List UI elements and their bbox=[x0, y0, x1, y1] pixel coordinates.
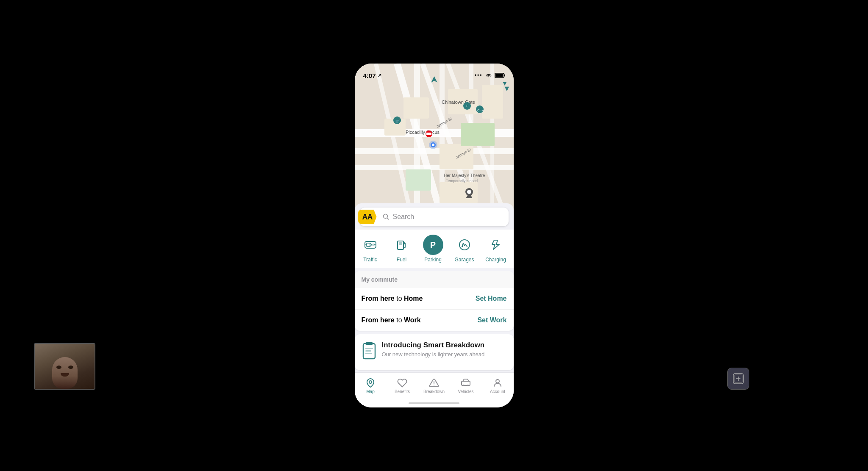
nav-item-vehicles[interactable]: Vehicles bbox=[450, 376, 482, 396]
quick-icons-row: Traffic Fuel P bbox=[355, 230, 514, 268]
parking-label: Parking bbox=[424, 257, 442, 263]
traffic-icon bbox=[360, 235, 381, 255]
breakdown-card-content: Introducing Smart Breakdown Our new tech… bbox=[382, 341, 485, 357]
from-here-work: From here bbox=[362, 316, 395, 324]
svg-rect-35 bbox=[426, 133, 431, 135]
svg-rect-54 bbox=[367, 243, 370, 247]
svg-point-71 bbox=[467, 385, 469, 386]
traffic-label: Traffic bbox=[363, 257, 377, 263]
commute-work-row[interactable]: From here to Work Set Work bbox=[355, 310, 514, 331]
nav-label-vehicles: Vehicles bbox=[458, 389, 473, 394]
webcam-overlay bbox=[34, 343, 95, 390]
status-icons: ••• bbox=[475, 72, 505, 78]
quick-icon-traffic[interactable]: Traffic bbox=[355, 231, 386, 264]
svg-point-44 bbox=[467, 190, 471, 194]
charging-icon bbox=[486, 235, 506, 255]
vehicles-nav-icon bbox=[461, 378, 471, 388]
svg-rect-19 bbox=[461, 123, 495, 146]
aa-logo[interactable]: AA bbox=[358, 210, 377, 224]
breakdown-nav-icon bbox=[429, 378, 439, 388]
nav-item-account[interactable]: Account bbox=[482, 376, 514, 396]
svg-rect-17 bbox=[406, 169, 431, 191]
nav-item-benefits[interactable]: Benefits bbox=[387, 376, 418, 396]
svg-rect-50 bbox=[495, 74, 503, 77]
from-here-home: From here bbox=[362, 295, 395, 302]
svg-point-60 bbox=[462, 246, 463, 247]
svg-point-33 bbox=[432, 144, 434, 146]
commute-card-header: My commute bbox=[355, 271, 514, 288]
breakdown-card[interactable]: Introducing Smart Breakdown Our new tech… bbox=[355, 334, 514, 370]
map-nav-icon bbox=[365, 378, 376, 388]
svg-line-52 bbox=[387, 218, 389, 220]
home-destination: Home bbox=[404, 295, 423, 302]
breakdown-card-title: Introducing Smart Breakdown bbox=[382, 341, 485, 349]
nav-label-breakdown: Breakdown bbox=[423, 389, 445, 394]
svg-rect-63 bbox=[365, 348, 373, 349]
commute-work-text: From here to Work bbox=[362, 316, 421, 324]
breakdown-card-subtitle: Our new technology is lighter years ahea… bbox=[382, 351, 485, 357]
set-home-button[interactable]: Set Home bbox=[476, 295, 507, 302]
benefits-nav-icon bbox=[397, 378, 407, 388]
svg-rect-12 bbox=[403, 97, 429, 119]
svg-text:+: + bbox=[465, 103, 468, 108]
svg-text:Her Majesty's Theatre: Her Majesty's Theatre bbox=[444, 173, 485, 178]
search-placeholder: Search bbox=[393, 213, 415, 221]
signal-dots-icon: ••• bbox=[475, 72, 483, 78]
svg-point-66 bbox=[369, 381, 372, 383]
svg-point-72 bbox=[496, 380, 499, 383]
account-nav-icon bbox=[492, 378, 503, 388]
nav-label-benefits: Benefits bbox=[395, 389, 410, 394]
svg-point-58 bbox=[403, 243, 405, 244]
commute-home-row[interactable]: From here to Home Set Home bbox=[355, 288, 514, 310]
nav-label-account: Account bbox=[490, 389, 505, 394]
home-indicator bbox=[409, 402, 459, 404]
uberduck-icon bbox=[732, 373, 744, 385]
commute-card: My commute From here to Home Set Home bbox=[355, 271, 514, 331]
garages-icon bbox=[454, 235, 475, 255]
fuel-icon bbox=[392, 235, 412, 255]
quick-icon-parking[interactable]: P Parking bbox=[417, 231, 449, 264]
svg-rect-65 bbox=[365, 353, 372, 354]
fuel-label: Fuel bbox=[397, 257, 406, 263]
commute-home-text: From here to Home bbox=[362, 295, 423, 302]
svg-rect-64 bbox=[365, 350, 371, 352]
nav-label-map: Map bbox=[366, 389, 374, 394]
svg-point-55 bbox=[372, 244, 375, 246]
svg-text:Cine: Cine bbox=[477, 108, 484, 112]
svg-rect-57 bbox=[399, 242, 402, 245]
map-view[interactable]: Jermyn St Jermyn St Lisle St Brewer St C… bbox=[355, 64, 514, 210]
uberduck-button[interactable] bbox=[727, 368, 749, 390]
search-icon bbox=[383, 213, 389, 220]
work-destination: Work bbox=[404, 316, 421, 324]
status-bar: 4:07 ↗ ••• bbox=[355, 64, 514, 82]
set-work-button[interactable]: Set Work bbox=[477, 316, 506, 324]
svg-text:Temporarily closed: Temporarily closed bbox=[446, 179, 478, 183]
wifi-icon bbox=[485, 73, 492, 78]
garages-label: Garages bbox=[454, 257, 474, 263]
nav-item-breakdown[interactable]: Breakdown bbox=[418, 376, 450, 396]
svg-text:🛒: 🛒 bbox=[395, 119, 400, 123]
svg-point-70 bbox=[463, 385, 465, 386]
quick-icon-fuel[interactable]: Fuel bbox=[386, 231, 417, 264]
search-input-area[interactable]: Search bbox=[383, 213, 415, 221]
svg-rect-2 bbox=[355, 148, 514, 154]
aa-logo-text: AA bbox=[362, 213, 373, 222]
parking-icon: P bbox=[423, 235, 443, 255]
quick-icon-garages[interactable]: Garages bbox=[449, 231, 480, 264]
svg-rect-69 bbox=[462, 381, 470, 385]
charging-label: Charging bbox=[485, 257, 506, 263]
quick-icon-charging[interactable]: Charging bbox=[480, 231, 512, 264]
svg-rect-14 bbox=[482, 85, 503, 119]
svg-text:Piccadilly Circus: Piccadilly Circus bbox=[406, 130, 440, 135]
svg-rect-49 bbox=[504, 75, 505, 77]
search-bar[interactable]: AA Search bbox=[360, 208, 509, 226]
breakdown-card-icon bbox=[362, 342, 377, 363]
battery-icon bbox=[495, 73, 505, 78]
nav-item-map[interactable]: Map bbox=[355, 376, 387, 396]
status-time: 4:07 ↗ bbox=[363, 72, 381, 79]
